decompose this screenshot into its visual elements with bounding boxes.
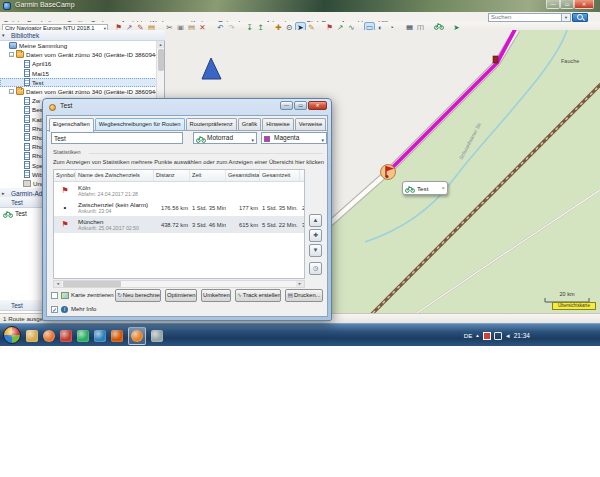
language-indicator[interactable]: DE	[464, 332, 473, 339]
active-task-button[interactable]	[128, 327, 146, 345]
tray-volume-icon[interactable]: ◄	[505, 332, 511, 340]
taskbar-icons	[26, 324, 163, 347]
folder-icon	[9, 42, 17, 49]
dot-icon: •	[54, 203, 76, 212]
list-icon	[24, 115, 30, 123]
table-row[interactable]: •Zwischenziel (kein Alarm)Ankunft: 23:04…	[54, 199, 304, 216]
via-point-name: KölnAbfahrt: 24.04.2017 21:28	[76, 184, 154, 197]
row-move-up-button[interactable]: ▲	[309, 214, 322, 227]
route-tooltip[interactable]: Test ×	[402, 181, 448, 195]
scroll-left-icon[interactable]: ◂	[54, 281, 62, 287]
optimize-button[interactable]: Optimieren	[165, 289, 197, 302]
library-header[interactable]: ▾ Bibliothek	[0, 30, 165, 41]
scroll-right-icon[interactable]: ▸	[296, 281, 304, 287]
chevron-down-icon: ▼	[321, 136, 325, 146]
scroll-thumb[interactable]	[158, 49, 164, 71]
taskbar-app-blue-icon[interactable]	[94, 330, 106, 342]
table-cell: 3 Std. 46 Min.	[190, 222, 226, 228]
table-cell: 177 km	[226, 205, 260, 211]
table-cell: 615 km	[226, 222, 260, 228]
taskbar-explorer-icon[interactable]	[26, 330, 38, 342]
table-row[interactable]: ⚑KölnAbfahrt: 24.04.2017 21:28	[54, 182, 304, 199]
recalculate-button[interactable]: ↻Neu berechnen	[115, 289, 161, 302]
tab-hinweise[interactable]: Hinweise	[262, 118, 294, 130]
row-move-down-button[interactable]: ▼	[309, 244, 322, 257]
taskbar-basecamp-icon[interactable]	[131, 330, 143, 342]
center-map-checkbox[interactable]	[51, 292, 58, 299]
color-select[interactable]: Magenta ▼	[261, 132, 327, 144]
tab-routenpr-ferenz[interactable]: Routenpräferenz	[186, 118, 237, 130]
expander-icon[interactable]: –	[9, 89, 14, 94]
tray-network-icon[interactable]	[494, 332, 502, 340]
via-points-table[interactable]: SymbolName des ZwischenzielsDistanzZeitG…	[53, 169, 305, 279]
taskbar-clock[interactable]: 21:34	[514, 332, 530, 339]
reverse-button[interactable]: Umkehren	[201, 289, 231, 302]
chevron-down-icon: ▼	[251, 136, 255, 146]
tray-flag-icon[interactable]	[483, 332, 491, 340]
search-input[interactable]	[488, 13, 562, 22]
table-row[interactable]: ⚑MünchenAnkunft: 25.04.2017 02:50438.72 …	[54, 216, 304, 233]
scroll-up-icon[interactable]: ▲	[157, 41, 164, 48]
collapse-arrow-icon: ▾	[2, 30, 5, 41]
taskbar-app-orange-icon[interactable]	[111, 330, 123, 342]
table-cell: 438.72 km	[154, 222, 190, 228]
tree-item[interactable]: –Daten vom Gerät zümo 340 (Geräte-ID 386…	[0, 87, 157, 96]
tree-item-label: Mai15	[32, 70, 49, 77]
taskbar-app-red-icon[interactable]	[60, 330, 72, 342]
tooltip-close-icon[interactable]: ×	[441, 185, 445, 191]
row-time-button[interactable]: ◷	[309, 262, 322, 275]
column-header[interactable]: Distanz	[154, 170, 190, 181]
tab-grafik[interactable]: Grafik	[238, 118, 261, 130]
taskbar-app-green-icon[interactable]	[77, 330, 89, 342]
motorcycle-icon	[3, 210, 13, 218]
tree-item[interactable]: Mai15	[0, 69, 157, 78]
window-close-button[interactable]: ✕	[574, 0, 594, 9]
search-dropdown-icon[interactable]: ▼	[562, 13, 571, 22]
route-flag-marker[interactable]	[381, 165, 396, 180]
column-header[interactable]: Gesamtdistanz	[226, 170, 260, 181]
info-icon: i	[61, 306, 68, 313]
route-tooltip-label: Test	[417, 185, 441, 192]
expander-icon[interactable]: –	[9, 52, 14, 57]
profile-select[interactable]: Motorrad ▼	[193, 132, 257, 144]
tree-item[interactable]: Meine Sammlung	[0, 41, 157, 50]
dialog-maximize-button[interactable]: ▭	[294, 101, 307, 110]
search-button[interactable]	[572, 13, 588, 22]
center-map-label: Karte zentrieren	[71, 292, 114, 298]
table-hscrollbar[interactable]: ◂ ▸	[53, 280, 305, 288]
print-button[interactable]: ▤Drucken...	[285, 289, 323, 302]
tree-item[interactable]: Test	[0, 78, 157, 87]
tree-item[interactable]: –Daten vom Gerät zümo 340 (Geräte-ID 386…	[0, 50, 157, 59]
list-icon	[24, 106, 30, 114]
route-name-input[interactable]	[51, 132, 183, 144]
flag-icon: ⚑	[54, 220, 76, 229]
tray-expand-icon[interactable]: ▲	[475, 333, 479, 338]
more-info-checkbox[interactable]: ✓	[51, 306, 58, 313]
row-insert-button[interactable]: ✚	[309, 229, 322, 242]
window-maximize-button[interactable]: ▭	[560, 0, 574, 9]
create-track-button[interactable]: ∿Track erstellen	[235, 289, 281, 302]
column-header[interactable]	[300, 170, 305, 181]
start-button[interactable]	[3, 326, 21, 344]
column-header[interactable]: Gesamtzeit	[260, 170, 300, 181]
button-icon: ↻	[117, 292, 122, 298]
tree-item[interactable]: April16	[0, 59, 157, 68]
taskbar-firefox-icon[interactable]	[43, 330, 55, 342]
tab-eigenschaften[interactable]: Eigenschaften	[49, 118, 94, 132]
scroll-thumb[interactable]	[63, 281, 121, 287]
table-cell: 1 Std. 35 Min.	[190, 205, 226, 211]
tree-item-label: April16	[32, 60, 51, 67]
column-header[interactable]: Symbol	[54, 170, 76, 181]
window-minimize-button[interactable]: —	[546, 0, 560, 9]
tab-wegbeschreibungen-f-r-routen[interactable]: Wegbeschreibungen für Routen	[95, 118, 185, 130]
column-header[interactable]: Name des Zwischenziels	[76, 170, 154, 181]
tab-verweise[interactable]: Verweise	[295, 118, 327, 130]
button-icon: ∿	[237, 292, 242, 298]
taskbar-app-gray-icon[interactable]	[151, 330, 163, 342]
tree-item-label: Daten vom Gerät zümo 340 (Geräte-ID 3860…	[26, 51, 157, 58]
dialog-close-button[interactable]: ✕	[308, 101, 327, 110]
column-header[interactable]: Zeit	[190, 170, 226, 181]
motorcycle-icon	[405, 179, 415, 197]
dialog-minimize-button[interactable]: —	[280, 101, 293, 110]
via-point-marker[interactable]	[493, 56, 498, 63]
